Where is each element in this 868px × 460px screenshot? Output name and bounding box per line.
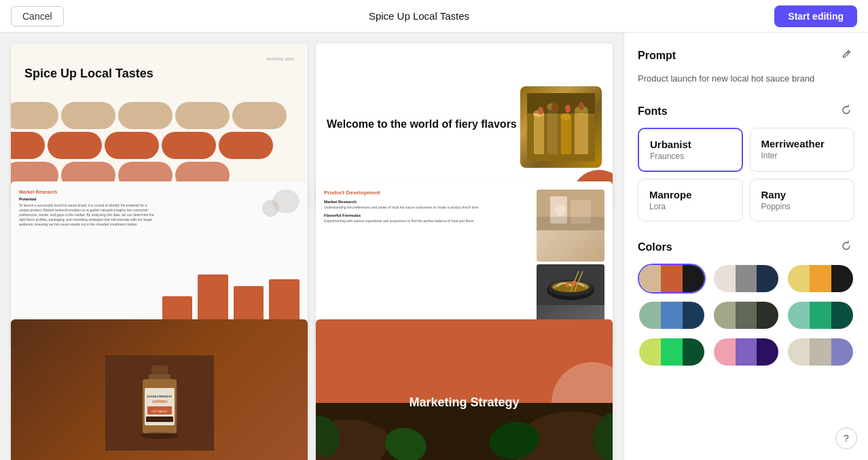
- svg-rect-22: [537, 217, 604, 230]
- font-card-1[interactable]: Merriweather Inter: [750, 128, 855, 172]
- color-segment-0-2: [683, 265, 704, 292]
- svg-rect-32: [151, 366, 168, 376]
- prompt-edit-button[interactable]: [838, 46, 854, 65]
- slide-2-title: Welcome to the world of fiery flavors: [327, 118, 520, 132]
- font-card-2[interactable]: Manrope Lora: [638, 179, 743, 222]
- color-swatch-3[interactable]: [638, 300, 706, 330]
- slide-4-section-2-body: Experimenting with various ingredients a…: [324, 219, 531, 224]
- color-segment-2-1: [810, 265, 831, 292]
- colors-refresh-icon: [841, 241, 852, 251]
- font-card-3[interactable]: Rany Poppins: [750, 179, 855, 222]
- color-swatch-7[interactable]: [712, 337, 780, 367]
- fonts-grid: Urbanist Fraunces Merriweather Inter Man…: [638, 128, 854, 222]
- color-swatch-8[interactable]: [786, 337, 854, 367]
- font-card-1-secondary: Inter: [761, 151, 844, 160]
- svg-text:ASPIRU: ASPIRU: [151, 400, 167, 404]
- color-segment-7-0: [714, 338, 736, 366]
- svg-rect-33: [149, 374, 170, 380]
- svg-text:HOT SAUCE: HOT SAUCE: [151, 410, 168, 413]
- refresh-icon: [841, 105, 852, 116]
- color-segment-2-0: [788, 265, 810, 292]
- color-segment-3-2: [683, 302, 704, 329]
- slide-3-tag: Market Research: [19, 190, 157, 194]
- color-segment-8-0: [788, 338, 810, 366]
- color-segment-4-1: [736, 302, 757, 329]
- slide-3-subtitle: Potential: [19, 197, 157, 201]
- colors-refresh-button[interactable]: [838, 238, 854, 257]
- slide-1-title: Spice Up Local Tastes: [24, 67, 294, 81]
- prompt-header: Prompt: [638, 46, 854, 65]
- svg-point-11: [538, 107, 543, 115]
- slide-4-section-1: Market Research Understanding the prefer…: [324, 200, 531, 210]
- app-header: Cancel Spice Up Local Tastes Start editi…: [0, 0, 868, 33]
- color-swatch-0[interactable]: [638, 264, 706, 294]
- slide-6-title: Marketing Strategy: [409, 395, 519, 410]
- slide-4-section-2: Flavorful Formulas Experimenting with va…: [324, 213, 531, 224]
- slide-4-section-2-title: Flavorful Formulas: [324, 213, 531, 217]
- color-segment-3-0: [639, 302, 661, 329]
- prompt-section: Prompt Product launch for new local hot …: [638, 46, 854, 86]
- svg-rect-2: [547, 107, 558, 154]
- svg-text:EXTRA STRENGTH: EXTRA STRENGTH: [147, 395, 172, 398]
- slide-6[interactable]: Marketing Strategy: [316, 319, 613, 460]
- color-swatch-1[interactable]: [712, 264, 780, 294]
- slides-grid: 04 APRIL 2024 Spice Up Local Tastes: [0, 33, 623, 460]
- start-editing-button[interactable]: Start editing: [774, 5, 857, 27]
- color-segment-1-1: [736, 265, 757, 292]
- help-button[interactable]: ?: [835, 427, 857, 449]
- color-segment-1-2: [757, 265, 778, 292]
- fonts-refresh-button[interactable]: [838, 102, 854, 121]
- color-segment-0-1: [661, 265, 683, 292]
- font-card-2-secondary: Lora: [649, 202, 731, 211]
- chart-bars: [162, 269, 300, 323]
- svg-rect-3: [561, 117, 571, 154]
- prompt-title: Prompt: [638, 50, 676, 62]
- chart-bar-1: [198, 275, 228, 323]
- svg-point-7: [560, 113, 571, 120]
- svg-point-15: [565, 105, 571, 113]
- color-segment-4-0: [714, 302, 736, 329]
- font-card-1-primary: Merriweather: [761, 138, 844, 149]
- slide-4-section-1-title: Market Research: [324, 200, 531, 204]
- slide-3-chart: Chocolate Bars Granola Bars Ice Cream Ba…: [162, 190, 300, 340]
- slide-4-section-1-body: Understanding the preferences and tastes…: [324, 205, 531, 210]
- font-card-0[interactable]: Urbanist Fraunces: [638, 128, 743, 172]
- font-card-3-primary: Rany: [761, 189, 844, 200]
- slide-5-bottle-illustration: EXTRA STRENGTH ASPIRU HOT SAUCE: [105, 355, 214, 450]
- slide-3-content: Market Research Potential To launch a su…: [19, 190, 157, 340]
- color-segment-1-0: [714, 265, 736, 292]
- color-segment-6-1: [661, 338, 683, 366]
- color-segment-7-1: [736, 338, 757, 366]
- slide-4-tag: Product Development: [324, 190, 531, 196]
- slide-5[interactable]: EXTRA STRENGTH ASPIRU HOT SAUCE: [11, 319, 308, 460]
- color-segment-6-0: [639, 338, 661, 366]
- color-segment-3-1: [661, 302, 683, 329]
- color-swatch-4[interactable]: [712, 300, 780, 330]
- slide-4-image-1: [537, 190, 604, 262]
- slide-1-date: 04 APRIL 2024: [24, 57, 294, 61]
- slide-4-images: [537, 190, 604, 340]
- font-card-2-primary: Manrope: [649, 189, 731, 200]
- color-swatch-5[interactable]: [786, 300, 854, 330]
- cancel-button[interactable]: Cancel: [11, 6, 64, 26]
- edit-icon: [841, 49, 852, 60]
- slide-3-body: To launch a successful local hot sauce b…: [19, 203, 157, 227]
- color-swatch-6[interactable]: [638, 337, 706, 367]
- color-segment-5-1: [810, 302, 831, 329]
- color-segment-2-2: [831, 265, 853, 292]
- fonts-header: Fonts: [638, 102, 854, 121]
- colors-header: Colors: [638, 238, 854, 257]
- svg-point-41: [141, 432, 179, 439]
- right-panel: Prompt Product launch for new local hot …: [623, 33, 868, 460]
- svg-point-21: [555, 205, 566, 215]
- slide-2-image: [520, 86, 602, 168]
- svg-rect-1: [534, 113, 544, 154]
- chart-bar-3: [269, 279, 300, 323]
- prompt-description: Product launch for new local hot sauce b…: [638, 72, 854, 86]
- colors-section: Colors: [638, 238, 854, 367]
- color-swatch-2[interactable]: [786, 264, 854, 294]
- slide-2-text: Welcome to the world of fiery flavors: [327, 118, 520, 137]
- color-segment-8-2: [831, 338, 853, 366]
- svg-point-13: [551, 103, 557, 111]
- fonts-title: Fonts: [638, 105, 668, 118]
